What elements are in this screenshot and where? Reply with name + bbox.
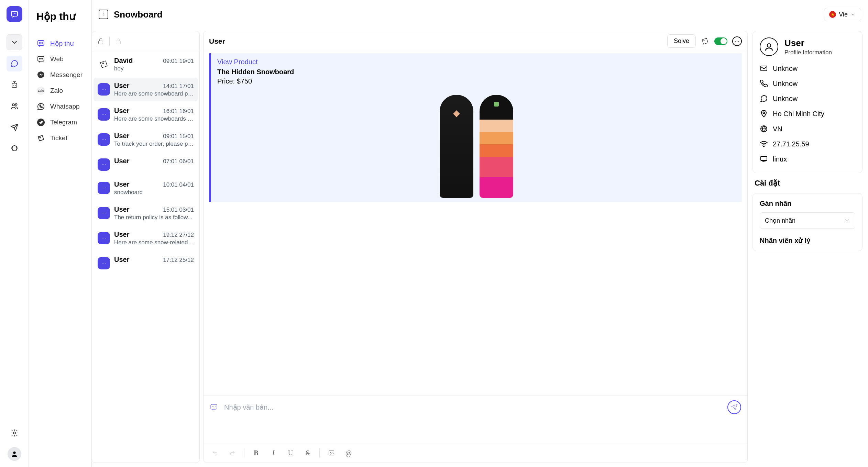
rail-inbox-icon[interactable] — [7, 56, 22, 71]
conversation-preview: snowboard — [114, 189, 194, 196]
profile-avatar — [760, 37, 778, 56]
sidebar-item-zalo[interactable]: ZaloZalo — [33, 83, 87, 99]
profile-row-globe: VN — [760, 121, 855, 136]
settings-title: Cài đặt — [752, 179, 862, 188]
redo-button[interactable] — [225, 447, 240, 459]
conversation-item[interactable]: User17:12 25/12 — [94, 252, 198, 274]
conversation-item[interactable]: David09:01 19/01hey — [94, 53, 198, 76]
conversation-name: David — [114, 57, 133, 65]
icon-rail — [0, 0, 29, 467]
image-button[interactable] — [324, 447, 339, 459]
send-button[interactable] — [727, 400, 741, 414]
profile-row-pin: Ho Chi Minh City — [760, 106, 855, 121]
bot-toggle[interactable] — [714, 37, 727, 45]
rail-bot-icon[interactable] — [7, 77, 22, 93]
conversation-item[interactable]: User10:01 04/01snowboard — [94, 176, 198, 200]
conversation-name: User — [114, 231, 129, 238]
globe-icon — [760, 125, 768, 133]
conversation-preview: hey — [114, 65, 194, 72]
sidebar-item-ticket[interactable]: Ticket — [33, 130, 87, 146]
conversation-preview: To track your order, please pr... — [114, 141, 194, 147]
chevron-down-icon — [850, 12, 856, 17]
conversation-item[interactable]: User09:01 15/01To track your order, plea… — [94, 128, 198, 152]
sidebar-item-telegram[interactable]: Telegram — [33, 114, 87, 130]
chat-header: User Solve — [204, 31, 747, 51]
composer-toolbar: B I U S @ — [204, 443, 747, 463]
mention-button[interactable]: @ — [341, 447, 356, 459]
conversation-item[interactable]: User16:01 16/01Here are some snowboards … — [94, 103, 198, 126]
composer: B I U S @ — [204, 395, 747, 463]
conversation-item[interactable]: User14:01 17/01Here are some snowboard p… — [94, 78, 198, 101]
conversation-time: 10:01 04/01 — [163, 181, 194, 188]
message-input[interactable] — [224, 403, 721, 411]
conversation-preview: The return policy is as follow... — [114, 214, 194, 221]
more-menu-button[interactable] — [732, 36, 742, 46]
rail-collapse-button[interactable] — [7, 34, 22, 50]
app-logo[interactable] — [7, 6, 22, 22]
chat-icon — [98, 158, 110, 171]
chat-icon — [98, 257, 110, 269]
rail-campaigns-icon[interactable] — [7, 120, 22, 135]
profile-row-mail: Unknow — [760, 61, 855, 76]
profile-name: User — [784, 38, 832, 48]
sidebar-item-inbox[interactable]: Hộp thư — [33, 35, 87, 51]
sidebar-item-label: Hộp thư — [50, 40, 74, 47]
svg-point-25 — [767, 44, 771, 47]
undo-button[interactable] — [208, 447, 223, 459]
profile-row-value: Ho Chi Minh City — [773, 110, 824, 118]
bold-button[interactable]: B — [249, 447, 264, 459]
rail-avatar[interactable] — [8, 447, 21, 461]
rail-contacts-icon[interactable] — [7, 98, 22, 114]
chat-column: User Solve View Product The Hidden Snowb… — [203, 31, 748, 463]
phone-icon — [760, 79, 768, 88]
conversation-item[interactable]: User07:01 06/01 — [94, 153, 198, 175]
underline-button[interactable]: U — [283, 447, 298, 459]
conversation-name: User — [114, 180, 129, 188]
conversation-preview: Here are some snowboard pr... — [114, 90, 194, 97]
inbox-icon — [36, 39, 45, 48]
sidebar-item-messenger[interactable]: Messenger — [33, 67, 87, 83]
conversation-time: 09:01 15/01 — [163, 133, 194, 140]
sidebar-collapse-button[interactable] — [99, 10, 108, 19]
label-select[interactable]: Chọn nhãn — [760, 212, 855, 229]
conversation-name: User — [114, 157, 129, 165]
label-section-title: Gán nhãn — [760, 200, 855, 208]
sidebar-item-whatsapp[interactable]: Whatsapp — [33, 99, 87, 114]
chat-icon — [760, 94, 768, 103]
profile-row-value: VN — [773, 125, 782, 133]
locked-filter-icon[interactable] — [114, 37, 122, 45]
conversation-filter-bar — [92, 31, 199, 51]
ticket-icon[interactable] — [701, 37, 710, 46]
conversation-name: User — [114, 132, 129, 140]
rail-integrations-icon[interactable] — [7, 141, 22, 157]
ticket-icon — [98, 58, 110, 70]
strike-button[interactable]: S — [300, 447, 315, 459]
language-selector[interactable]: ★ Vie — [824, 8, 861, 21]
ticket-icon — [36, 134, 45, 143]
chat-user-name: User — [209, 37, 225, 45]
conversation-time: 14:01 17/01 — [163, 83, 194, 90]
assignee-section-title: Nhân viên xử lý — [760, 236, 855, 245]
language-label: Vie — [839, 11, 848, 18]
info-panel: User Profile Information UnknowUnknowUnk… — [751, 29, 868, 467]
conversation-preview: Here are some snowboards y... — [114, 115, 194, 122]
sidebar-item-label: Zalo — [50, 87, 63, 94]
view-product-link[interactable]: View Product — [217, 58, 257, 66]
product-card: View Product The Hidden Snowboard Price:… — [209, 53, 742, 202]
sidebar-item-web[interactable]: Web — [33, 51, 87, 67]
profile-row-chat: Unknow — [760, 91, 855, 106]
sidebar-title: Hộp thư — [33, 10, 87, 22]
chevron-down-icon — [844, 218, 850, 224]
product-price: Price: $750 — [217, 77, 736, 85]
unlocked-filter-icon[interactable] — [97, 37, 105, 45]
rail-settings-icon[interactable] — [7, 425, 22, 441]
label-select-placeholder: Chọn nhãn — [765, 217, 795, 224]
italic-button[interactable]: I — [266, 447, 281, 459]
chat-icon — [98, 207, 110, 219]
solve-button[interactable]: Solve — [667, 34, 696, 48]
conversation-item[interactable]: User19:12 27/12Here are some snow-relate… — [94, 226, 198, 250]
composer-mode-icon[interactable] — [210, 403, 218, 411]
conversation-item[interactable]: User15:01 03/01The return policy is as f… — [94, 201, 198, 225]
sidebar-item-label: Telegram — [50, 119, 77, 126]
conversation-time: 15:01 03/01 — [163, 207, 194, 213]
